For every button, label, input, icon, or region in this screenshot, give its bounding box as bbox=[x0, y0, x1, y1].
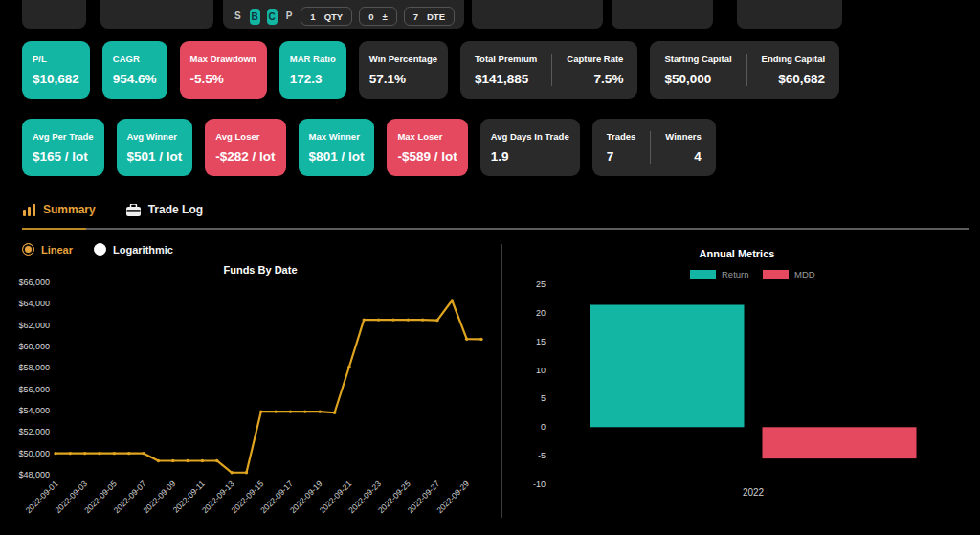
scale-toggle: Linear Logarithmic bbox=[22, 243, 173, 256]
data-point bbox=[435, 319, 438, 322]
stat-card-premium-capture: Total Premium $141,885 Capture Rate 7.5% bbox=[460, 41, 637, 99]
data-point bbox=[289, 410, 292, 412]
data-point bbox=[157, 459, 160, 462]
y-tick-label: $64,000 bbox=[18, 299, 50, 308]
y-tick-label: 10 bbox=[536, 366, 546, 375]
stat-value: 4 bbox=[665, 149, 701, 164]
dte-value: 7 bbox=[413, 11, 418, 22]
stat-card-max-loser: Max Loser -$589 / lot bbox=[387, 119, 467, 176]
data-point bbox=[83, 452, 86, 455]
stat-label: MAR Ratio bbox=[290, 54, 336, 64]
view-tabs: Summary Trade Log bbox=[23, 203, 203, 216]
radio-selected-icon bbox=[22, 243, 34, 256]
qty-value: 1 bbox=[310, 11, 315, 22]
strike-offset-suffix-label: ± bbox=[382, 11, 387, 22]
data-point bbox=[201, 459, 204, 462]
stat-card-max-winner: Max Winner $801 / lot bbox=[299, 119, 375, 176]
tab-trade-log[interactable]: Trade Log bbox=[126, 203, 203, 216]
y-tick-label: $66,000 bbox=[18, 278, 50, 287]
stat-value: $10,682 bbox=[33, 72, 79, 86]
stat-value: $60,682 bbox=[762, 72, 826, 86]
backtest-dashboard: S B C P 1 QTY 0 ± 7 DTE P/L $10,682 CAGR… bbox=[0, 0, 980, 535]
briefcase-icon bbox=[126, 204, 141, 216]
data-point bbox=[451, 299, 454, 301]
stat-label: Avg Per Trade bbox=[33, 131, 94, 142]
sell-option-button[interactable]: S bbox=[233, 11, 243, 24]
stat-label: Trades bbox=[607, 131, 636, 142]
data-point bbox=[333, 412, 336, 414]
stat-value: $50,000 bbox=[664, 72, 731, 86]
toolbar-box-3 bbox=[472, 0, 603, 29]
radio-label: Linear bbox=[41, 244, 73, 256]
chart-title: Funds By Date bbox=[223, 264, 297, 276]
y-tick-label: $60,000 bbox=[18, 342, 50, 351]
y-tick-label: $52,000 bbox=[18, 427, 50, 436]
legend-swatch bbox=[763, 270, 789, 279]
linear-radio[interactable]: Linear bbox=[22, 243, 73, 256]
tab-summary[interactable]: Summary bbox=[23, 203, 96, 216]
stat-value: 7 bbox=[607, 149, 636, 164]
y-tick-label: $62,000 bbox=[18, 321, 50, 330]
legend-label: MDD bbox=[794, 269, 815, 279]
tab-underline bbox=[22, 228, 969, 230]
logarithmic-radio[interactable]: Logarithmic bbox=[94, 243, 173, 256]
radio-unselected-icon bbox=[94, 243, 106, 256]
stat-label: Total Premium bbox=[475, 54, 537, 64]
stat-card-mar-ratio: MAR Ratio 172.3 bbox=[279, 41, 346, 99]
stat-label: P/L bbox=[33, 54, 79, 64]
strike-offset-value: 0 bbox=[368, 11, 373, 22]
y-tick-label: 0 bbox=[541, 422, 546, 432]
stat-label: Max Drawdown bbox=[190, 54, 256, 64]
data-point bbox=[259, 410, 262, 412]
data-point bbox=[479, 338, 482, 341]
stat-card-pl: P/L $10,682 bbox=[22, 41, 90, 99]
stat-label: Winners bbox=[665, 131, 701, 142]
return-bar bbox=[590, 304, 745, 427]
y-tick-label: -10 bbox=[533, 479, 546, 489]
stat-label: Ending Capital bbox=[762, 54, 826, 64]
put-option-button[interactable]: P bbox=[284, 11, 295, 24]
y-tick-label: $54,000 bbox=[18, 406, 50, 415]
tab-label: Summary bbox=[43, 203, 96, 216]
stat-value: -5.5% bbox=[190, 72, 256, 86]
stat-value: 954.6% bbox=[113, 72, 157, 86]
qty-input[interactable]: 1 QTY bbox=[301, 7, 352, 26]
stat-label: Avg Loser bbox=[215, 131, 275, 142]
data-point bbox=[98, 452, 100, 455]
funds-by-date-chart: Funds By Date$48,000$50,000$52,000$54,00… bbox=[0, 258, 501, 535]
x-category-label: 2022 bbox=[743, 487, 765, 498]
stat-label: Avg Days In Trade bbox=[491, 131, 569, 142]
y-tick-label: $56,000 bbox=[18, 385, 50, 394]
strike-offset-input[interactable]: 0 ± bbox=[359, 7, 397, 26]
summary-tab-indicator bbox=[22, 228, 86, 230]
call-option-button[interactable]: C bbox=[267, 9, 278, 25]
data-point bbox=[245, 471, 248, 474]
data-point bbox=[363, 318, 366, 321]
y-tick-label: 25 bbox=[536, 279, 546, 289]
qty-suffix-label: QTY bbox=[324, 11, 344, 22]
data-point bbox=[407, 318, 410, 321]
stat-value: 7.5% bbox=[567, 72, 623, 86]
data-point bbox=[127, 452, 130, 455]
stat-value: 1.9 bbox=[491, 149, 569, 164]
stat-value: $141,885 bbox=[475, 72, 537, 86]
divider bbox=[551, 54, 552, 86]
data-point bbox=[465, 337, 468, 340]
y-tick-label: -5 bbox=[538, 451, 546, 460]
x-tick-label: 2022-09-29 bbox=[434, 479, 471, 515]
buy-option-button[interactable]: B bbox=[250, 9, 260, 25]
stat-label: Starting Capital bbox=[664, 54, 731, 64]
data-point bbox=[69, 452, 72, 455]
funds-chart-panel: Linear Logarithmic Funds By Date$48,000$… bbox=[0, 235, 501, 535]
data-point bbox=[347, 366, 350, 368]
data-point bbox=[230, 471, 233, 474]
radio-label: Logarithmic bbox=[113, 244, 173, 256]
dte-input[interactable]: 7 DTE bbox=[404, 7, 455, 26]
strategy-leg-toolbar: S B C P 1 QTY 0 ± 7 DTE bbox=[223, 0, 464, 29]
stat-card-trades-winners: Trades 7 Winners 4 bbox=[592, 119, 716, 176]
data-point bbox=[142, 452, 145, 455]
stat-card-win-percentage: Win Percentage 57.1% bbox=[359, 41, 448, 99]
stat-card-capital: Starting Capital $50,000 Ending Capital … bbox=[650, 41, 839, 99]
stat-label: Capture Rate bbox=[567, 54, 623, 64]
data-point bbox=[391, 318, 394, 321]
